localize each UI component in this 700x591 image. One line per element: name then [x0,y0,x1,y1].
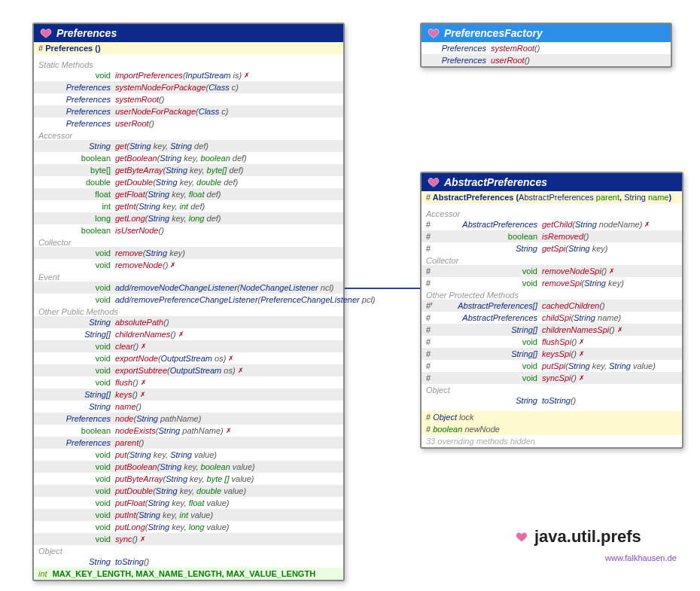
section-label: Object [422,384,682,395]
method-row: booleannodeExists (String pathName)✗ [34,425,343,437]
method-row: #StringgetSpi (String key) [422,242,682,254]
field-row: # boolean newNode [422,423,682,435]
title-text: Preferences [56,27,117,39]
method-row: Preferencesnode (String pathName) [34,413,343,425]
method-row: #AbstractPreferenceschildSpi (String nam… [422,312,682,324]
class-icon [428,176,440,188]
heart-icon [513,529,530,545]
method-row: #voidremoveNodeSpi ()✗ [422,265,682,277]
method-row: StringabsolutePath () [34,316,343,328]
method-row: voidexportNode (OutputStream os)✗ [34,352,343,364]
section-label: Collector [422,254,682,265]
method-row: Stringname () [34,401,343,413]
preferences-sections: Static MethodsvoidimportPreferences (Inp… [34,59,343,568]
preferences-class-box: Preferences # Preferences () Static Meth… [32,23,345,581]
section-label: Static Methods [34,59,343,69]
method-row: doublegetDouble (String key, double def) [34,176,343,188]
method-row: String[]childrenNames ()✗ [34,328,343,340]
hidden-methods-note: 33 overriding methods hidden [422,435,682,447]
preferences-factory-title: PreferencesFactory [422,24,671,42]
section-label: Collector [34,236,343,247]
section-label: Accessor [34,129,343,140]
section-label: Other Public Methods [34,306,343,316]
field-row: # Object lock [422,411,682,423]
method-row: voidremove (String key) [34,247,343,259]
factory-methods: PreferencessystemRoot ()PreferencesuserR… [422,42,671,66]
method-row: voidputFloat (String key, float value) [34,497,343,509]
footer-link[interactable]: www.falkhausen.de [605,553,677,562]
abstract-preferences-fields: # Object lock# boolean newNode [422,411,682,435]
method-row: voidadd/removePreferenceChangeListener (… [34,294,343,306]
method-row: voidputDouble (String key, double value) [34,485,343,497]
method-row: #String[]keysSpi ()✗ [422,348,682,360]
section-label: Other Protected Methods [422,289,682,300]
abstract-preferences-box: AbstractPreferences # AbstractPreference… [420,172,683,449]
method-row: voidimportPreferences (InputStream is)✗ [34,69,343,81]
method-row: longgetLong (String key, long def) [34,212,343,224]
section-label: Event [34,271,343,282]
method-row: byte[]getByteArray (String key, byte[] d… [34,164,343,176]
method-row: PreferencesuserRoot () [34,117,343,129]
title-text: AbstractPreferences [444,176,547,188]
method-row: voidput (String key, String value) [34,449,343,461]
method-row: floatgetFloat (String key, float def) [34,188,343,200]
inheritance-connector [345,288,420,289]
method-row: voidexportSubtree (OutputStream os)✗ [34,364,343,376]
abstract-preferences-title: AbstractPreferences [422,173,682,191]
method-row: StringtoString () [34,556,343,568]
method-row: Preferencesparent () [34,437,343,449]
method-row: voidsync ()✗ [34,533,343,545]
method-row: #String[]childrenNamesSpi ()✗ [422,324,682,336]
method-row: booleanisUserNode () [34,224,343,236]
method-row: voidputBoolean (String key, boolean valu… [34,461,343,473]
method-row: PreferencesuserNodeForPackage (Class c) [34,105,343,117]
method-row: voidputByteArray (String key, byte [] va… [34,473,343,485]
method-row: intgetInt (String key, int def) [34,200,343,212]
preferences-title: Preferences [34,24,343,42]
section-label: Accessor [422,208,682,218]
abstract-preferences-sections: Accessor#AbstractPreferencesgetChild (St… [422,208,682,407]
method-row: voidputLong (String key, long value) [34,521,343,533]
method-row: booleangetBoolean (String key, boolean d… [34,152,343,164]
preferences-factory-box: PreferencesFactory PreferencessystemRoot… [420,23,672,68]
method-row: PreferencesuserRoot () [422,54,671,66]
method-row: voidputInt (String key, int value) [34,509,343,521]
method-row: #AbstractPreferencesgetChild (String nod… [422,218,682,230]
preferences-constants: int MAX_KEY_LENGTH, MAX_NAME_LENGTH, MAX… [34,568,343,580]
preferences-constructor: # Preferences () [34,42,343,54]
method-row: StringtoString () [422,395,682,407]
package-label: java.util.prefs [513,527,641,547]
class-icon [40,27,52,39]
interface-icon [428,27,440,39]
method-row: #voidsyncSpi ()✗ [422,372,682,384]
method-row: String[]keys ()✗ [34,388,343,401]
method-row: voidremoveNode ()✗ [34,259,343,271]
title-text: PreferencesFactory [444,27,543,39]
method-row: voidadd/removeNodeChangeListener (NodeCh… [34,282,343,294]
method-row: #voidputSpi (String key, String value) [422,360,682,372]
method-row: voidflush ()✗ [34,376,343,388]
method-row: Stringget (String key, String def) [34,140,343,152]
method-row: voidclear ()✗ [34,340,343,352]
method-row: #voidflushSpi ()✗ [422,336,682,348]
abstract-preferences-constructor: # AbstractPreferences (AbstractPreferenc… [422,191,682,203]
method-row: #voidremoveSpi (String key) [422,277,682,289]
method-row: PreferencessystemRoot () [422,42,671,54]
method-row: #booleanisRemoved () [422,230,682,242]
method-row: PreferencessystemNodeForPackage (Class c… [34,81,343,93]
method-row: PreferencessystemRoot () [34,93,343,105]
method-row: #ᶠAbstractPreferences[]cachedChildren () [422,300,682,312]
section-label: Object [34,545,343,556]
